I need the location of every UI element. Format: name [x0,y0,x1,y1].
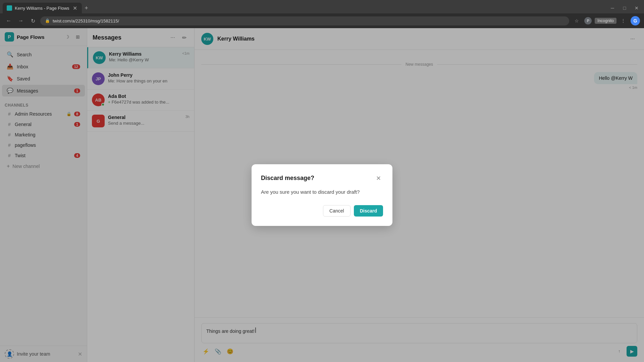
profile-button[interactable]: P [583,16,593,25]
close-tab-button[interactable]: ✕ [72,4,78,12]
bookmark-button[interactable]: ☆ [572,16,581,25]
close-window-button[interactable]: ✕ [632,3,641,13]
forward-button[interactable]: → [16,16,25,25]
modal-close-button[interactable]: ✕ [374,174,383,183]
back-button[interactable]: ← [4,16,13,25]
refresh-button[interactable]: ↻ [28,16,38,25]
address-bar: ← → ↻ 🔒 twist.com/a/225310/msg/1582115/ … [0,13,644,28]
menu-button[interactable]: ⋮ [619,16,628,25]
address-actions: ☆ P Incognito ⋮ [572,16,628,25]
google-icon: G [631,16,640,25]
maximize-button[interactable]: □ [620,3,629,13]
incognito-badge: Incognito [595,18,616,24]
url-text: twist.com/a/225310/msg/1582115/ [53,18,119,23]
modal-body: Are you sure you want to discard your dr… [261,188,383,196]
tab-title: Kerry Williams - Page Flows [15,6,69,11]
modal-title: Discard message? [261,175,374,182]
minimize-button[interactable]: ─ [608,3,617,13]
discard-button[interactable]: Discard [354,205,383,217]
cancel-button[interactable]: Cancel [323,205,351,217]
tab-favicon [7,5,12,11]
new-tab-button[interactable]: + [82,3,91,13]
discard-modal: Discard message? ✕ Are you sure you want… [252,164,392,226]
tab-controls: ─ □ ✕ [608,3,641,13]
modal-footer: Cancel Discard [261,205,383,217]
tab-bar: Kerry Williams - Page Flows ✕ + ─ □ ✕ [0,0,644,13]
active-tab[interactable]: Kerry Williams - Page Flows ✕ [3,3,82,13]
modal-header: Discard message? ✕ [261,174,383,183]
modal-overlay: Discard message? ✕ Are you sure you want… [0,28,644,362]
lock-icon: 🔒 [45,18,50,23]
url-bar[interactable]: 🔒 twist.com/a/225310/msg/1582115/ [40,16,569,25]
browser-chrome: Kerry Williams - Page Flows ✕ + ─ □ ✕ ← … [0,0,644,28]
